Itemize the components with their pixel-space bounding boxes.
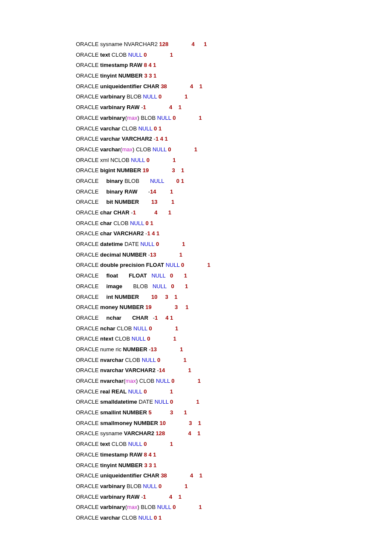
data-row: ORACLE binary BLOB NULL 0 1: [76, 176, 392, 187]
token-red: 1: [143, 494, 146, 500]
token-red: 0: [147, 157, 150, 163]
token-plain: ) CLOB: [133, 146, 153, 153]
token-red: 1: [179, 251, 182, 258]
token-plain: ORACLE: [76, 315, 107, 321]
token-bold: binary RAW: [107, 188, 138, 195]
token-plain: ORACLE: [76, 283, 107, 289]
token-bold: smallmoney NUMBER: [100, 420, 158, 426]
token-bold: binary: [107, 178, 123, 184]
token-red: 1: [188, 367, 191, 373]
token-plain: ORACLE: [76, 451, 100, 458]
token-red: 1: [197, 430, 200, 436]
token-plain: [176, 504, 199, 510]
token-plain: [174, 283, 185, 289]
token-red: 10: [151, 294, 157, 300]
token-plain: CLOB: [124, 357, 142, 363]
token-plain: [150, 157, 173, 163]
data-row: ORACLE varbinary RAW -1 4 1: [76, 102, 392, 113]
data-row: ORACLE real REAL NULL 0 1: [76, 387, 392, 397]
token-plain: [156, 188, 170, 195]
token-blue: NULL: [133, 325, 147, 332]
data-row: ORACLE datetime DATE NULL 0 1: [76, 239, 392, 250]
token-plain: CLOB: [110, 52, 128, 58]
token-plain: ORACLE: [76, 241, 100, 247]
token-bold: varbinary: [100, 115, 125, 121]
token-plain: [168, 41, 191, 47]
token-plain: [146, 494, 169, 500]
token-red: 1: [194, 146, 197, 153]
token-plain: CLOB: [112, 220, 130, 226]
token-blue: NULL: [156, 378, 170, 384]
token-red: 14: [150, 188, 156, 195]
token-plain: ORACLE: [76, 230, 100, 237]
token-plain: [157, 199, 171, 205]
token-plain: ORACLE: [76, 494, 100, 500]
token-red: 14: [159, 367, 165, 373]
token-plain: ORACLE: [76, 146, 100, 153]
token-bold: text: [100, 52, 110, 58]
token-plain: ORACLE: [76, 167, 100, 173]
token-plain: ) BLOB: [138, 504, 157, 510]
token-red: 1: [199, 115, 202, 121]
token-red: 1: [181, 167, 184, 173]
token-plain: CLOB: [113, 335, 132, 342]
token-bold: tinyint NUMBER: [100, 72, 143, 79]
token-plain: BLOB: [122, 283, 153, 289]
data-row: ORACLE nvarchar(max) CLOB NULL 0 1: [76, 376, 392, 387]
token-plain: ORACLE: [76, 136, 100, 142]
data-row: ORACLE char VARCHAR2 -1 4 1: [76, 228, 392, 239]
token-red: 3: [172, 167, 175, 173]
data-row: ORACLE uniqueidentifier CHAR 38 4 1: [76, 471, 392, 481]
token-red: 1: [198, 378, 201, 384]
data-row: ORACLE nchar CLOB NULL 0 1: [76, 324, 392, 334]
token-bold: bit NUMBER: [107, 199, 139, 205]
token-plain: ORACLE: [76, 272, 107, 279]
data-row: ORACLE timestamp RAW 8 4 1: [76, 60, 392, 71]
token-plain: [192, 420, 198, 426]
data-row: ORACLE varbinary BLOB NULL 0 1: [76, 481, 392, 492]
token-plain: [165, 272, 170, 279]
token-plain: [150, 335, 173, 342]
token-blue: NULL: [140, 241, 154, 247]
token-blue: NULL: [142, 357, 156, 363]
token-plain: [157, 294, 165, 300]
token-bold: uniqueidentifier CHAR: [100, 83, 159, 90]
token-red: 1: [198, 420, 201, 426]
token-plain: CLOB: [120, 125, 138, 132]
data-row: ORACLE varbinary BLOB NULL 0 1: [76, 92, 392, 102]
token-plain: [167, 83, 190, 90]
token-plain: [165, 367, 188, 373]
token-red: 1: [170, 388, 173, 395]
token-plain: [175, 378, 198, 384]
token-red: 4 1: [165, 315, 173, 321]
token-blue: NULL: [150, 178, 164, 184]
data-row: ORACLE varchar(max) CLOB NULL 0 1: [76, 145, 392, 155]
token-plain: ) BLOB: [138, 115, 157, 121]
data-row: ORACLE varbinary RAW -1 4 1: [76, 492, 392, 503]
token-red: 1: [174, 294, 177, 300]
token-bold: uniqueidentifier CHAR: [100, 472, 159, 479]
data-row: ORACLE smallmoney NUMBER 10 3 1: [76, 418, 392, 429]
token-red: 0 1: [154, 515, 161, 521]
token-bold: varbinary: [100, 504, 125, 510]
token-plain: ORACLE: [76, 335, 100, 342]
token-bold: nvarchar: [100, 357, 124, 363]
token-blue: NULL: [138, 125, 153, 132]
token-plain: ORACLE: [76, 378, 100, 384]
data-row: ORACLE sysname NVARCHAR2 128 4 1: [76, 39, 392, 50]
token-plain: DATE: [137, 399, 155, 405]
data-row: ORACLE image BLOB NULL 0 1: [76, 281, 392, 292]
token-red: 1: [179, 104, 182, 110]
token-bold: smalldatetime: [100, 399, 137, 405]
token-plain: ORACLE: [76, 483, 100, 489]
token-red: 1: [170, 188, 173, 195]
token-plain: [164, 178, 176, 184]
token-bold: ntext: [100, 335, 113, 342]
data-row: ORACLE varchar CLOB NULL 0 1: [76, 124, 392, 134]
token-bold: timestamp RAW: [100, 451, 142, 458]
token-red: 13: [151, 199, 157, 205]
token-plain: [136, 209, 154, 216]
token-plain: [171, 146, 194, 153]
token-red: 0: [168, 146, 171, 153]
token-bold: nvarchar VARCHAR2: [100, 367, 156, 373]
